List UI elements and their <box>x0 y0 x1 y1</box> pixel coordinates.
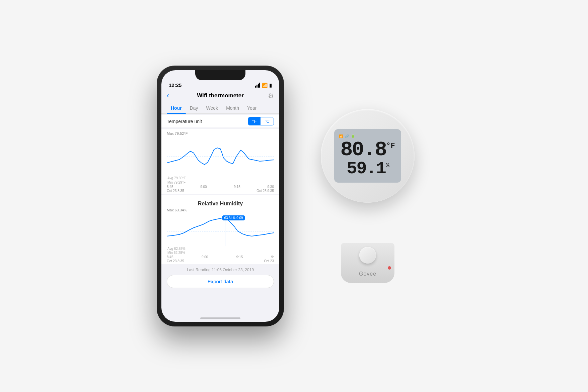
device-button[interactable] <box>359 247 376 264</box>
nav-bar: ‹ Wifi thermometer ⚙ <box>161 89 279 103</box>
tab-week[interactable]: Week <box>202 103 222 113</box>
device-led <box>388 266 391 270</box>
status-icons: 📶 ▮ <box>255 83 272 88</box>
humidity-x-labels: 8:45 9:00 9:15 9: <box>167 255 274 259</box>
temp-unit-row: Temperature unit °F °C <box>161 115 279 127</box>
export-button[interactable]: Export data <box>167 275 274 288</box>
humidity-max-label: Max 63.34% <box>167 208 274 212</box>
tab-day[interactable]: Day <box>186 103 202 113</box>
tab-hour[interactable]: Hour <box>167 103 186 113</box>
unit-celsius[interactable]: °C <box>261 117 274 125</box>
humidity-title: Relative Humidity <box>167 198 274 208</box>
device-temperature: 80.8°F <box>340 139 395 160</box>
humidity-chart-area: 63.34% 9:09 <box>167 213 274 246</box>
signal-icon <box>255 83 260 88</box>
home-indicator <box>200 317 240 319</box>
unit-toggle[interactable]: °F °C <box>248 117 274 125</box>
temp-chart-area <box>167 136 274 176</box>
battery-icon: ▮ <box>269 83 272 88</box>
humidity-tooltip: 63.34% 9:09 <box>222 215 244 220</box>
page-title: Wifi thermometer <box>197 92 244 99</box>
wifi-icon: 📶 <box>262 83 268 88</box>
unit-fahrenheit[interactable]: °F <box>248 117 261 125</box>
scene: 12:25 📶 ▮ ‹ Wifi thermometer ⚙ <box>157 66 431 326</box>
govee-device: 📶 🔗 🔋 80.8°F 59.1% Govee <box>304 96 431 296</box>
phone-screen: 12:25 📶 ▮ ‹ Wifi thermometer ⚙ <box>161 70 279 322</box>
lcd-display: 📶 🔗 🔋 80.8°F 59.1% <box>334 129 401 183</box>
temp-x-labels: 8:45 9:00 9:15 9:30 <box>167 185 274 189</box>
humidity-chart: Relative Humidity Max 63.34% 63.34% 9:09… <box>161 195 279 264</box>
settings-icon[interactable]: ⚙ <box>268 92 274 100</box>
temp-max-label: Max 79.52°F <box>167 131 274 135</box>
humidity-min-label: Min 62.29% <box>167 251 185 255</box>
device-humidity: 59.1% <box>347 160 389 178</box>
temp-min-label: Min 79.29°F <box>167 181 186 184</box>
temperature-chart: Max 79.52°F Avg 79.39°F Min 79.29°F <box>161 129 279 194</box>
back-button[interactable]: ‹ <box>167 91 169 100</box>
device-temp-unit: °F <box>386 142 395 150</box>
humidity-avg-label: Avg 62.85% <box>167 247 186 251</box>
tab-month[interactable]: Month <box>222 103 243 113</box>
status-time: 12:25 <box>169 82 181 88</box>
tab-bar: Hour Day Week Month Year <box>161 103 279 114</box>
tab-year[interactable]: Year <box>243 103 261 113</box>
temp-date-labels: Oct 23 8:35 Oct 23 9:35 <box>167 189 274 193</box>
humidity-date-labels: Oct 23 8:35 Oct 23 <box>167 259 274 263</box>
last-reading: Last Reading 11:06 October 23, 2019 <box>161 265 279 274</box>
phone-notch <box>195 70 245 80</box>
device-body: 📶 🔗 🔋 80.8°F 59.1% <box>321 109 415 203</box>
device-humidity-unit: % <box>386 162 389 169</box>
phone: 12:25 📶 ▮ ‹ Wifi thermometer ⚙ <box>157 66 284 326</box>
brand-label: Govee <box>359 271 376 277</box>
temp-avg-label: Avg 79.39°F <box>167 176 186 180</box>
temp-unit-label: Temperature unit <box>167 119 202 124</box>
